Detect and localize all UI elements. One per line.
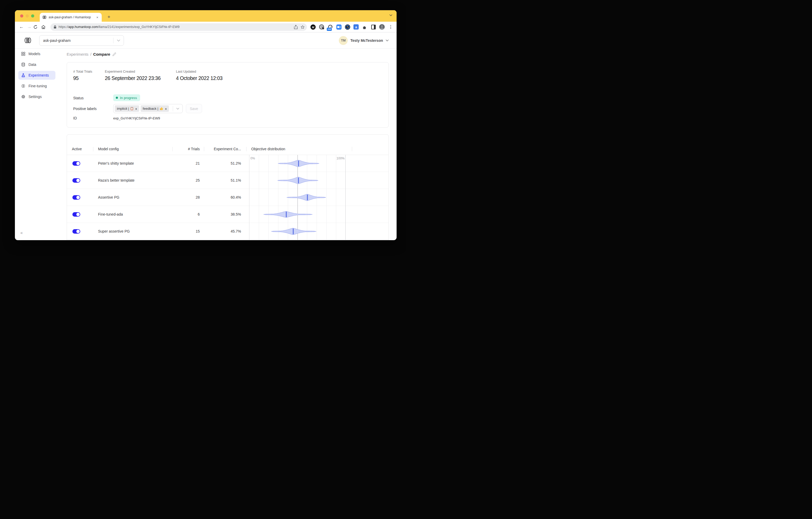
thumbs-up-emoji (160, 107, 163, 110)
url-scheme: https:// (59, 25, 68, 29)
url-host: app.humanloop.com (68, 25, 98, 29)
trials-count: 28 (172, 195, 200, 200)
chip-remove-icon[interactable]: x (165, 107, 167, 110)
clock-extension-icon[interactable] (345, 24, 350, 30)
user-menu-chevron-icon[interactable] (386, 39, 389, 41)
url-text: https://app.humanloop.com/llama/2141/exp… (59, 25, 291, 29)
table-row: Raza's better template 25 51.1% (67, 172, 388, 189)
user-name: Testy McTesterson (350, 38, 383, 42)
reader-panel-extension-icon[interactable] (371, 24, 376, 30)
forward-button[interactable]: → (25, 24, 33, 30)
experiment-score: 51.2% (204, 161, 241, 165)
experiment-score: 38.5% (204, 212, 241, 216)
headset-extension-icon[interactable]: 646 (327, 24, 333, 30)
traffic-lights (20, 14, 34, 18)
active-toggle[interactable] (72, 212, 80, 217)
address-bar[interactable]: https://app.humanloop.com/llama/2141/exp… (51, 23, 307, 31)
browser-menu-icon[interactable] (388, 24, 394, 30)
model-config-name[interactable]: Raza's better template (98, 178, 135, 182)
tab-close-icon[interactable]: × (95, 15, 99, 20)
tab-title: ask-paul-graham / Humanloop (49, 16, 93, 19)
positive-labels-label: Positive labels (73, 106, 97, 111)
breadcrumb: Experiments / Compare (67, 52, 389, 56)
experiment-id: exp_GoYHKYIjCSiFhk-tP-EW9 (113, 116, 160, 120)
project-selector[interactable]: ask-paul-graham (39, 35, 124, 46)
sidebar-item-label: Fine-tuning (29, 84, 47, 88)
stat-total-trials: # Total Trials 95 (73, 69, 92, 81)
objective-distribution-violin (249, 155, 346, 172)
humanloop-logo-icon[interactable] (24, 37, 31, 43)
extension-badge: 646 (327, 28, 332, 31)
chip-text: feedback | (143, 106, 158, 111)
bookmark-star-icon[interactable] (300, 25, 305, 29)
stat-created: Experiment Created 26 September 2022 23:… (105, 69, 163, 81)
objective-distribution-violin (249, 189, 346, 206)
model-config-name[interactable]: Super assertive PG (98, 229, 130, 233)
app-header: ask-paul-graham TM Testy McTesterson (15, 32, 397, 49)
active-toggle[interactable] (72, 178, 80, 183)
model-config-name[interactable]: Assertive PG (98, 195, 119, 200)
stat-value: 95 (73, 75, 79, 81)
amazon-extension-icon[interactable]: a (353, 24, 359, 30)
status-badge: In progress (113, 94, 140, 101)
objective-distribution-violin (249, 223, 346, 240)
table-row: Assertive PG 28 60.4% (67, 189, 388, 206)
stat-value: 26 September 2022 23:36 (105, 75, 161, 81)
user-menu[interactable]: TM Testy McTesterson (339, 36, 389, 45)
browser-tab[interactable]: ask-paul-graham / Humanloop × (40, 13, 102, 22)
zoom-extension-icon[interactable] (336, 24, 342, 30)
breadcrumb-page: Compare (93, 52, 110, 56)
stat-updated: Last Updated 4 October 2022 12:03 (176, 69, 224, 81)
home-button[interactable] (41, 25, 49, 29)
breadcrumb-section[interactable]: Experiments (67, 52, 88, 56)
new-tab-button[interactable]: + (106, 14, 112, 20)
puzzle-extensions-icon[interactable] (362, 24, 368, 30)
browser-window: ask-paul-graham / Humanloop × + ← → http… (15, 10, 397, 240)
experiment-score: 60.4% (204, 195, 241, 200)
sidebar-item-settings[interactable]: Settings (18, 92, 55, 101)
lock-icon[interactable] (54, 25, 56, 29)
stat-label: Last Updated (176, 69, 224, 73)
label-chip-implicit[interactable]: implicit | x (115, 105, 139, 112)
sidebar-collapse-button[interactable]: « (20, 231, 23, 235)
zoom-window-button[interactable] (31, 14, 34, 18)
column-header-active: Active (72, 147, 82, 151)
column-divider (246, 147, 246, 151)
experiment-score: 51.1% (204, 178, 241, 182)
sidebar-item-models[interactable]: Models (18, 50, 55, 58)
label-chip-feedback[interactable]: feedback | x (141, 105, 169, 112)
status-dot-icon (116, 97, 118, 99)
profile-avatar[interactable] (379, 24, 385, 30)
model-config-name[interactable]: Fine-tuned-ada (98, 212, 123, 216)
save-button[interactable]: Save (186, 104, 202, 113)
active-toggle[interactable] (72, 195, 80, 200)
stat-value: 4 October 2022 12:03 (176, 75, 223, 81)
chip-remove-icon[interactable]: x (136, 107, 137, 110)
project-selector-chevron-icon[interactable] (113, 39, 124, 41)
reload-button[interactable] (33, 25, 41, 29)
active-toggle[interactable] (72, 161, 80, 166)
model-config-name[interactable]: Peter's shitty template (98, 161, 134, 165)
back-button[interactable]: ← (18, 24, 25, 30)
browser-toolbar: ← → https://app.humanloop.com/llama/2141… (15, 22, 397, 32)
minimize-window-button[interactable] (26, 14, 29, 18)
ml-extension-icon[interactable]: M (310, 24, 316, 30)
main-content: Experiments / Compare # Total Trials 95 … (67, 49, 389, 240)
active-toggle[interactable] (72, 229, 80, 234)
sidebar-item-data[interactable]: Data (18, 60, 55, 69)
onepassword-extension-icon[interactable] (319, 24, 324, 30)
table-row: Super assertive PG 15 45.7% (67, 223, 388, 240)
close-window-button[interactable] (20, 14, 23, 18)
sidebar-item-fine-tuning[interactable]: Fine-tuning (18, 82, 55, 90)
tab-strip: ask-paul-graham / Humanloop × + (15, 10, 397, 22)
share-icon[interactable] (294, 25, 298, 29)
tab-search-chevron-icon[interactable] (389, 14, 393, 16)
positive-labels-input[interactable]: implicit | x feedback | x (113, 104, 183, 113)
edit-pencil-icon[interactable] (112, 52, 116, 56)
labels-dropdown-chevron-icon[interactable] (175, 108, 181, 110)
sidebar-item-experiments[interactable]: Experiments (18, 71, 55, 80)
url-path: /llama/2141/experiments/exp_GoYHKYIjCSiF… (98, 25, 180, 29)
trials-count: 25 (172, 178, 200, 182)
id-label: ID (73, 116, 77, 120)
user-avatar[interactable]: TM (339, 36, 348, 45)
